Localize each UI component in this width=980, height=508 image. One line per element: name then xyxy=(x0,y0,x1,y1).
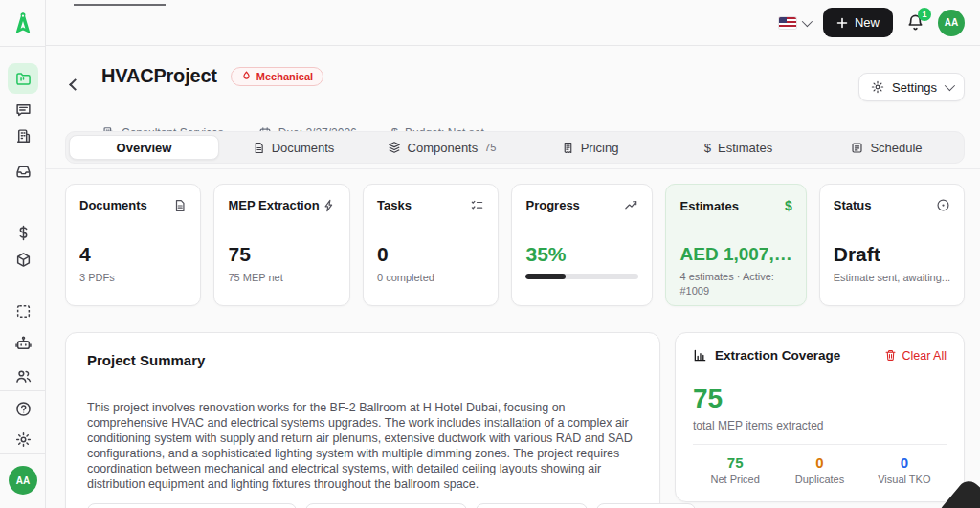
run-interior-extraction-button[interactable]: Run Interior Extraction xyxy=(305,503,466,508)
page-title: HVACProject xyxy=(101,65,217,87)
dollar-icon: $ xyxy=(785,198,792,213)
dollar-icon xyxy=(15,225,32,241)
stat-label: Duplicates xyxy=(777,474,861,485)
compass-logo-icon xyxy=(11,11,35,35)
tab-overview[interactable]: Overview xyxy=(69,135,219,160)
documents-card: Documents 4 3 PDFs xyxy=(65,184,201,306)
tab-documents[interactable]: Documents xyxy=(219,135,368,160)
users-icon xyxy=(15,368,32,385)
project-summary-panel: Project Summary This project involves re… xyxy=(65,332,660,508)
tasks-card: Tasks 0 0 completed xyxy=(363,184,500,306)
summary-body: This project involves renovation works f… xyxy=(87,400,638,492)
stat-label: Net Priced xyxy=(693,474,777,485)
stat-value: 75 xyxy=(693,454,777,471)
extraction-coverage-panel: Extraction Coverage Clear All 75 total M… xyxy=(675,332,965,502)
stat-cards-row: Documents 4 3 PDFs MEP Extraction 75 75 … xyxy=(65,184,965,306)
back-button[interactable] xyxy=(71,80,79,89)
gear-icon xyxy=(15,431,32,448)
tab-label: Schedule xyxy=(870,141,922,155)
sidebar-item-company[interactable] xyxy=(8,122,38,149)
plus-icon xyxy=(836,17,848,29)
card-title: Tasks xyxy=(377,198,412,212)
stat-value: 0 xyxy=(862,454,947,471)
lightning-icon xyxy=(323,199,336,212)
target-icon xyxy=(936,198,950,212)
status-card: Status Draft Estimate sent, awaiting... xyxy=(819,184,965,306)
file-icon xyxy=(173,199,187,212)
app-logo[interactable] xyxy=(8,8,38,38)
project-header: HVACProject Mechanical Consultant Servic… xyxy=(46,46,980,124)
robot-icon xyxy=(15,336,32,352)
tab-label: Components xyxy=(408,141,479,155)
card-value: 75 xyxy=(228,243,336,266)
layers-icon xyxy=(388,141,401,154)
view-mep-extraction-button[interactable]: View MEP Extraction (75 items) xyxy=(87,503,297,508)
language-selector[interactable] xyxy=(779,17,810,29)
coverage-total-value: 75 xyxy=(693,386,947,412)
new-button-label: New xyxy=(855,15,880,30)
duplicates-stat: 0 Duplicates xyxy=(777,454,861,485)
sidebar-divider xyxy=(0,390,46,391)
sidebar-item-messages[interactable] xyxy=(8,96,38,122)
app-window: AA New 1 AA HVACProject Mechanical xyxy=(0,0,980,508)
sidebar-item-help[interactable] xyxy=(8,395,38,422)
card-value: 0 xyxy=(377,243,485,266)
user-avatar[interactable]: AA xyxy=(938,10,965,36)
flame-icon xyxy=(241,71,252,81)
clear-all-label: Clear All xyxy=(902,349,947,363)
chat-icon xyxy=(15,101,32,118)
building-icon xyxy=(15,128,32,144)
sidebar-item-settings[interactable] xyxy=(8,426,38,453)
lower-panels: Project Summary This project involves re… xyxy=(65,332,965,508)
frame-select-icon xyxy=(15,303,32,320)
sidebar-item-inbox[interactable] xyxy=(8,158,38,185)
new-button[interactable]: New xyxy=(823,8,893,37)
card-value: AED 1,007,… xyxy=(679,244,791,265)
chevron-down-icon xyxy=(945,80,955,91)
sidebar-divider xyxy=(0,453,46,454)
checklist-icon xyxy=(470,198,484,212)
estimates-card: Estimates $ AED 1,007,… 4 estimates · Ac… xyxy=(665,184,806,306)
visual-tko-stat: 0 Visual TKO xyxy=(862,454,947,485)
tab-pricing[interactable]: Pricing xyxy=(516,135,664,160)
topbar: New 1 AA xyxy=(46,0,980,46)
sidebar-item-projects[interactable] xyxy=(8,63,38,94)
sidebar: AA xyxy=(0,0,46,508)
notifications-button[interactable]: 1 xyxy=(906,13,924,32)
cube-icon xyxy=(15,252,32,268)
stat-label: Visual TKO xyxy=(862,474,947,485)
chevron-left-icon xyxy=(69,78,81,91)
inbox-icon xyxy=(15,164,32,180)
discipline-badge: Mechanical xyxy=(231,67,323,86)
coverage-divider xyxy=(693,444,947,445)
sidebar-item-selection-tool[interactable] xyxy=(8,298,38,324)
sidebar-item-packages[interactable] xyxy=(8,246,38,273)
mep-extraction-card: MEP Extraction 75 75 MEP net xyxy=(213,184,350,306)
summary-actions: View MEP Extraction (75 items) Run Inter… xyxy=(87,503,638,508)
estimates-button[interactable]: $ 4 Estimates xyxy=(596,503,696,508)
card-title: MEP Extraction xyxy=(228,198,319,212)
tab-label: Overview xyxy=(117,141,172,155)
tab-components[interactable]: Components 75 xyxy=(368,135,516,160)
progress-bar xyxy=(525,274,638,279)
sidebar-item-assistant-bot[interactable] xyxy=(8,330,38,357)
documents-button[interactable]: 4 Documents xyxy=(476,503,589,508)
tab-label: Documents xyxy=(272,141,335,155)
tab-count-badge: 75 xyxy=(484,142,496,153)
sidebar-item-billing[interactable] xyxy=(8,219,38,246)
tab-label: Pricing xyxy=(581,141,619,155)
content-divider xyxy=(46,168,980,169)
card-subtext: 75 MEP net xyxy=(228,271,336,285)
stat-value: 0 xyxy=(777,454,861,471)
trash-icon xyxy=(884,349,897,362)
sidebar-avatar[interactable]: AA xyxy=(9,466,37,495)
tab-estimates[interactable]: $ Estimates xyxy=(664,135,813,160)
sidebar-item-team[interactable] xyxy=(8,363,38,389)
clear-all-button[interactable]: Clear All xyxy=(884,349,947,363)
tab-schedule[interactable]: Schedule xyxy=(813,135,961,160)
help-icon xyxy=(15,401,32,417)
notification-count-badge: 1 xyxy=(918,8,931,21)
trend-up-icon xyxy=(624,198,638,212)
settings-button[interactable]: Settings xyxy=(858,73,965,101)
summary-title: Project Summary xyxy=(87,352,638,368)
